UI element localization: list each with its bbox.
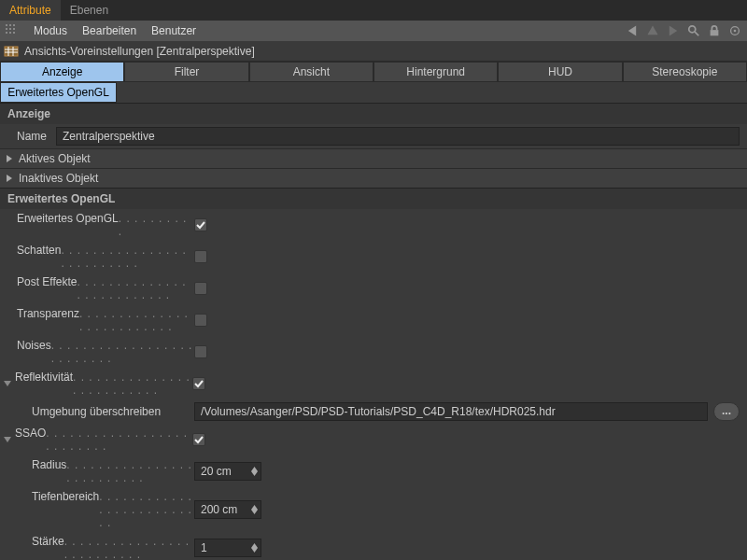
schatten-label: Schatten [17, 244, 61, 257]
erweitertes-opengl-checkbox[interactable] [194, 218, 207, 231]
transparenz-label: Transparenz [17, 307, 79, 320]
tiefenbereich-input[interactable]: 200 cm [194, 500, 261, 519]
chevron-right-icon [6, 175, 13, 182]
category-tabs: Anzeige Filter Ansicht Hintergrund HUD S… [0, 62, 747, 82]
staerke-label: Stärke [32, 535, 64, 548]
arrow-left-icon[interactable] [626, 24, 639, 37]
umgebung-input[interactable] [194, 402, 708, 421]
reflektivitaet-label: Reflektivität [15, 371, 73, 384]
cattab-hintergrund[interactable]: Hintergrund [374, 62, 498, 82]
tiefenbereich-label: Tiefenbereich [32, 490, 99, 503]
staerke-input[interactable]: 1 [194, 539, 261, 557]
cattab-filter[interactable]: Filter [124, 62, 248, 82]
radius-input[interactable]: 20 cm [194, 462, 261, 481]
menu-bearbeiten[interactable]: Bearbeiten [75, 24, 144, 37]
lock-icon[interactable] [708, 24, 721, 37]
radius-label: Radius [32, 458, 66, 471]
cattab-stereoskopie[interactable]: Stereoskopie [623, 62, 747, 82]
target-icon[interactable] [728, 24, 741, 37]
svg-point-0 [689, 26, 696, 33]
svg-rect-5 [5, 47, 18, 56]
noises-label: Noises [17, 339, 51, 352]
nav-up-icon[interactable] [646, 24, 659, 37]
object-header: Ansichts-Voreinstellungen [Zentralperspe… [0, 41, 747, 62]
svg-point-4 [734, 30, 737, 33]
collapse-aktives-objekt[interactable]: Aktives Objekt [0, 148, 747, 168]
schatten-checkbox[interactable] [194, 250, 207, 263]
object-title: Ansichts-Voreinstellungen [Zentralperspe… [24, 45, 255, 58]
aktives-objekt-label: Aktives Objekt [19, 152, 91, 165]
cattab-erweitertes-opengl[interactable]: Erweitertes OpenGL [0, 82, 117, 103]
ssao-label: SSAO [15, 427, 46, 440]
umgebung-label: Umgebung überschreiben [32, 405, 161, 418]
svg-line-1 [695, 32, 698, 35]
cattab-ansicht[interactable]: Ansicht [249, 62, 374, 82]
menu-modus[interactable]: Modus [26, 24, 75, 37]
menu-benutzer[interactable]: Benutzer [144, 24, 204, 37]
transparenz-checkbox[interactable] [194, 314, 207, 327]
chevron-down-icon[interactable] [4, 436, 11, 443]
menu-bar: Modus Bearbeiten Benutzer [0, 21, 747, 41]
inaktives-objekt-label: Inaktives Objekt [19, 172, 98, 185]
ssao-checkbox[interactable] [192, 433, 205, 446]
chevron-down-icon[interactable] [4, 380, 11, 387]
search-icon[interactable] [687, 24, 700, 37]
tab-ebenen[interactable]: Ebenen [61, 0, 118, 21]
tab-attribute[interactable]: Attribute [0, 0, 61, 21]
post-effekte-label: Post Effekte [17, 275, 77, 288]
collapse-inaktives-objekt[interactable]: Inaktives Objekt [0, 168, 747, 188]
section-anzeige: Anzeige [0, 103, 747, 124]
name-label: Name [17, 130, 56, 143]
erweitertes-opengl-label: Erweitertes OpenGL [17, 212, 119, 225]
noises-checkbox[interactable] [194, 345, 207, 358]
browse-button[interactable]: ... [713, 402, 740, 421]
svg-rect-2 [711, 30, 719, 35]
cattab-hud[interactable]: HUD [498, 62, 622, 82]
top-tab-bar: Attribute Ebenen [0, 0, 747, 21]
section-erweitertes-opengl: Erweitertes OpenGL [0, 188, 747, 209]
grip-icon [6, 24, 19, 37]
name-input[interactable] [56, 127, 740, 146]
cattab-anzeige[interactable]: Anzeige [0, 62, 124, 82]
arrow-right-icon[interactable] [667, 24, 680, 37]
post-effekte-checkbox[interactable] [194, 282, 207, 295]
chevron-right-icon [6, 155, 13, 162]
reflektivitaet-checkbox[interactable] [192, 377, 205, 390]
viewport-icon [4, 44, 19, 59]
